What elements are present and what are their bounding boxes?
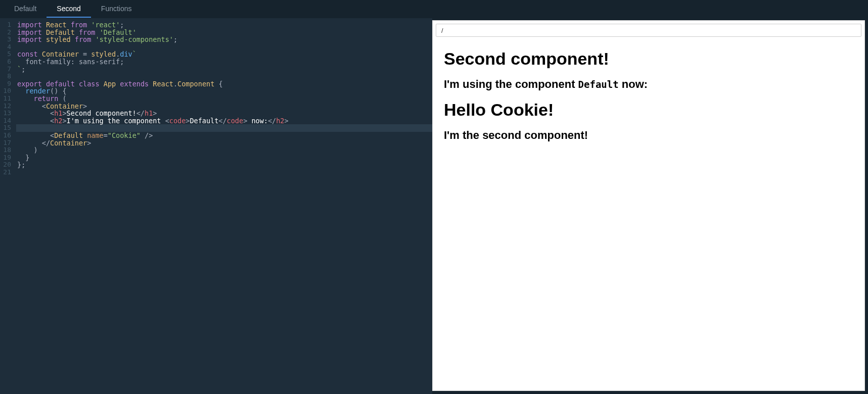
line-gutter: 123456789101112131415161718192021 — [0, 18, 14, 394]
code-line[interactable]: export default class App extends React.C… — [16, 80, 432, 88]
code-line[interactable]: ) — [16, 146, 432, 154]
code-line[interactable]: import Default from 'Default' — [16, 29, 432, 36]
preview-pane: Second component! I'm using the componen… — [432, 20, 865, 391]
code-line[interactable]: <Default name="Cookie" /> — [16, 132, 432, 139]
preview-heading-3: Hello Cookie! — [444, 100, 853, 120]
tabs-bar: Default Second Functions — [0, 0, 868, 18]
code-line[interactable] — [16, 169, 432, 176]
preview-heading-4: I'm the second component! — [444, 129, 853, 142]
code-area[interactable]: import React from 'react'; import Defaul… — [14, 18, 432, 394]
code-line[interactable]: <Container> — [16, 103, 432, 110]
code-line[interactable]: } — [16, 154, 432, 162]
code-line[interactable]: import React from 'react'; — [16, 21, 432, 29]
tab-second[interactable]: Second — [47, 1, 90, 18]
url-bar[interactable] — [436, 24, 861, 37]
preview-body: Second component! I'm using the componen… — [433, 40, 864, 160]
code-line[interactable]: const Container = styled.div` — [16, 51, 432, 58]
code-line[interactable]: <h1>Second component!</h1> — [16, 110, 432, 117]
code-line[interactable] — [16, 43, 432, 51]
code-line-active[interactable] — [16, 124, 432, 132]
preview-heading-1: Second component! — [444, 49, 853, 69]
code-line[interactable] — [16, 73, 432, 80]
code-line[interactable]: <h2>I'm using the component <code>Defaul… — [16, 117, 432, 125]
tab-default[interactable]: Default — [4, 1, 47, 18]
code-line[interactable]: </Container> — [16, 139, 432, 147]
code-line[interactable]: font-family: sans-serif; — [16, 58, 432, 66]
main-area: 123456789101112131415161718192021 import… — [0, 18, 868, 394]
code-line[interactable]: import styled from 'styled-components'; — [16, 36, 432, 43]
code-line[interactable]: render() { — [16, 87, 432, 95]
preview-heading-2: I'm using the component Default now: — [444, 78, 853, 91]
code-line[interactable]: `; — [16, 66, 432, 73]
tab-functions[interactable]: Functions — [91, 1, 142, 18]
code-editor[interactable]: 123456789101112131415161718192021 import… — [0, 18, 432, 394]
code-line[interactable]: return ( — [16, 95, 432, 103]
code-line[interactable]: }; — [16, 161, 432, 169]
